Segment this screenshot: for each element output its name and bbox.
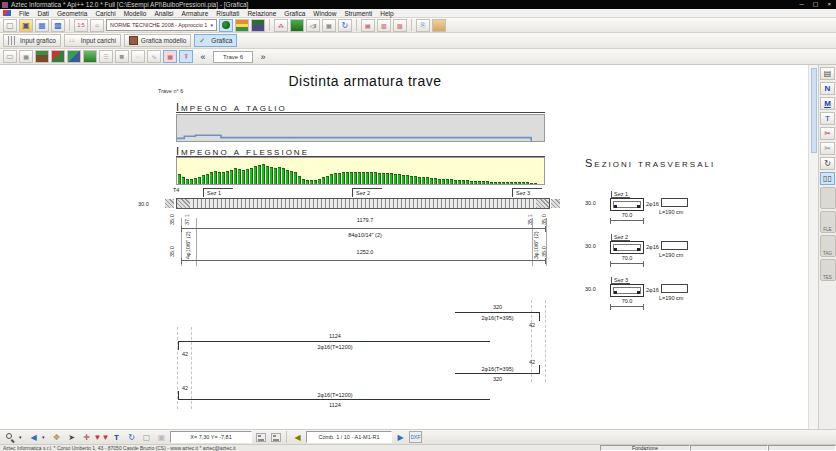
- sheet-icon[interactable]: ▢: [140, 431, 153, 443]
- export-icon[interactable]: [432, 19, 446, 32]
- beam-height-label: 30.0: [138, 201, 149, 207]
- select-cursor-icon[interactable]: ➤: [65, 431, 78, 443]
- section1-bars: 2φ16: [646, 201, 659, 207]
- save-icon[interactable]: ▦: [35, 19, 49, 32]
- snap-step-icon[interactable]: [269, 431, 282, 443]
- grid-toggle-icon[interactable]: ▦: [19, 50, 33, 63]
- measure-cursor-icon[interactable]: ✛: [80, 431, 93, 443]
- norms-dropdown[interactable]: NORME TECNICHE 2008 - Approccio 1 ▾: [106, 19, 217, 31]
- rebar3-length: 320: [470, 376, 525, 382]
- view-solid-icon[interactable]: ■: [115, 50, 129, 63]
- axial-force-icon[interactable]: N: [820, 82, 835, 95]
- table-report-icon[interactable]: ▤: [361, 19, 375, 32]
- menu-modello[interactable]: Modello: [120, 10, 151, 17]
- view-3d-icon[interactable]: [51, 50, 65, 63]
- sound-icon[interactable]: ◁‖: [306, 19, 320, 32]
- green-panel-icon[interactable]: [290, 19, 304, 32]
- moment-icon[interactable]: M: [820, 97, 835, 110]
- scale-icon[interactable]: ⌂: [90, 19, 104, 32]
- text-tool-icon[interactable]: T: [110, 431, 123, 443]
- mesh-icon[interactable]: ▦: [322, 19, 336, 32]
- select-rect-icon[interactable]: ▭: [3, 50, 17, 63]
- menu-file[interactable]: File: [15, 10, 33, 17]
- layers-icon[interactable]: [35, 50, 49, 63]
- table-view-icon[interactable]: ▦: [163, 50, 177, 63]
- redraw-icon[interactable]: ↻: [125, 431, 138, 443]
- snap-grid-icon[interactable]: [254, 431, 267, 443]
- close-button[interactable]: ×: [827, 0, 831, 9]
- prev-combination-icon[interactable]: ◀: [291, 431, 304, 443]
- dim-1252: 1252.0: [250, 249, 480, 255]
- drawing-canvas: Distinta armatura trave Trave n° 6 Impeg…: [0, 65, 836, 429]
- cut-section-icon[interactable]: ✂: [820, 127, 835, 140]
- open-file-icon[interactable]: ▣: [19, 19, 33, 32]
- section2-width: 70.0: [610, 255, 644, 261]
- flag-options-icon[interactable]: [235, 19, 249, 32]
- menu-carichi[interactable]: Carichi: [91, 10, 119, 17]
- menu-relazione[interactable]: Relazione: [243, 10, 280, 17]
- rotate-view-icon[interactable]: ↻: [820, 157, 835, 170]
- save-all-icon[interactable]: ▩: [51, 19, 65, 32]
- menu-analisi[interactable]: Analisi: [150, 10, 177, 17]
- view-deform-icon[interactable]: [67, 50, 81, 63]
- table-edit-icon[interactable]: ▥: [377, 19, 391, 32]
- input-carichi-button[interactable]: ↓↓ Input carichi: [64, 34, 121, 47]
- menu-armature[interactable]: Armature: [178, 10, 213, 17]
- analysis-run-icon[interactable]: [219, 19, 233, 32]
- menu-window[interactable]: Window: [309, 10, 340, 17]
- view-lines-icon[interactable]: ☰: [99, 50, 113, 63]
- undo-dropdown-icon[interactable]: ▾: [42, 434, 48, 440]
- view-wave-icon[interactable]: ∿: [147, 50, 161, 63]
- sheet-preview-icon[interactable]: ▣: [155, 431, 168, 443]
- scrollbar-thumb[interactable]: [811, 68, 817, 153]
- vertical-scrollbar[interactable]: [808, 65, 818, 429]
- menu-help[interactable]: Help: [376, 10, 397, 17]
- prev-beam-button[interactable]: «: [195, 50, 211, 63]
- view-section-icon[interactable]: ⌓: [131, 50, 145, 63]
- elevation-marks-icon[interactable]: ▼▼: [95, 431, 108, 443]
- banner-fle-button[interactable]: FLE: [820, 211, 836, 233]
- table-delete-icon[interactable]: ▧: [393, 19, 407, 32]
- refresh-icon[interactable]: ↻: [338, 19, 352, 32]
- menu-grafica[interactable]: Grafica: [280, 10, 309, 17]
- banner-button[interactable]: [820, 187, 836, 209]
- minimize-button[interactable]: ─: [800, 0, 804, 9]
- shear-icon[interactable]: T: [820, 112, 835, 125]
- rebar-view-icon[interactable]: ⍒: [179, 50, 193, 63]
- input-grafico-button[interactable]: Input grafico: [3, 34, 61, 47]
- menu-geometria[interactable]: Geometria: [53, 10, 91, 17]
- cut-tool-icon[interactable]: ✂: [820, 142, 835, 155]
- print-drawing-icon[interactable]: ▤: [820, 67, 835, 80]
- steps-icon[interactable]: ⁂: [274, 19, 288, 32]
- double-section-icon[interactable]: ▯▯: [820, 172, 835, 185]
- section3-stirrup-rect: [661, 284, 688, 293]
- undo-view-icon[interactable]: ◀: [27, 431, 40, 443]
- model-view-icon[interactable]: [251, 19, 265, 32]
- menu-dati[interactable]: Dati: [33, 10, 53, 17]
- maximize-button[interactable]: ▢: [813, 0, 819, 9]
- banner-tes-button[interactable]: TES: [820, 259, 836, 281]
- pan-hand-icon[interactable]: ✥: [50, 431, 63, 443]
- app-icon: [2, 2, 8, 8]
- grafica-button[interactable]: ✓ Grafica: [194, 34, 237, 47]
- new-file-icon[interactable]: ▢: [3, 19, 17, 32]
- tab-trave-6[interactable]: Trave 6: [213, 51, 253, 63]
- print-preview-icon[interactable]: ⎘: [416, 19, 430, 32]
- export-dxf-icon[interactable]: DXF: [409, 431, 422, 443]
- units-icon[interactable]: 1:5: [74, 19, 88, 32]
- banner-tag-button[interactable]: TAG: [820, 235, 836, 257]
- zoom-tool-icon[interactable]: [4, 431, 17, 443]
- bottom-toolbar: ▾ ◀ ▾ ✥ ➤ ✛ ▼▼ T ↻ ▢ ▣ X= 7,30 Y= -7,81 …: [0, 429, 836, 444]
- beam-right-end-hatch: [536, 199, 549, 208]
- grafica-modello-button[interactable]: Grafica modello: [124, 34, 192, 47]
- next-beam-button[interactable]: »: [255, 50, 271, 63]
- menu-strumenti[interactable]: Strumenti: [340, 10, 376, 17]
- section3-stirrup-length: L=190 cm: [659, 295, 683, 301]
- zoom-dropdown-icon[interactable]: ▾: [19, 434, 25, 440]
- dim-35-bottom-left: 35.0: [169, 244, 175, 260]
- view-moment-icon[interactable]: [83, 50, 97, 63]
- next-combination-icon[interactable]: ▶: [394, 431, 407, 443]
- section3-height: 30.0: [585, 286, 596, 292]
- rebar4-line: [178, 399, 490, 400]
- menu-risultati[interactable]: Risultati: [212, 10, 243, 17]
